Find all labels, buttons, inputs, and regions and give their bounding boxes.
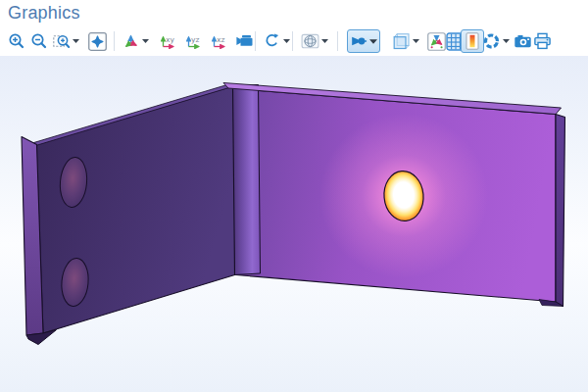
bend-face[interactable] (232, 85, 261, 275)
go-to-yz-view-button[interactable]: yz (182, 29, 207, 53)
svg-text:yz: yz (191, 35, 199, 44)
chevron-down-icon (142, 39, 149, 43)
environment-reflections-button[interactable] (479, 29, 513, 53)
toolbar-separator (255, 31, 256, 51)
graphics-window-header: Graphics (0, 0, 588, 26)
zoom-extents-icon (88, 32, 107, 51)
toolbar-separator (292, 31, 293, 51)
magnifier-plus-icon (8, 32, 25, 50)
chevron-down-icon (413, 39, 419, 43)
zoom-box-icon (53, 32, 71, 50)
chevron-down-icon (73, 39, 79, 43)
view-camera-button[interactable] (232, 29, 257, 53)
svg-text:xz: xz (217, 35, 224, 44)
scene-light-button[interactable] (347, 29, 380, 53)
wireframe-globe-icon (301, 32, 319, 50)
transparency-cube-icon (392, 32, 411, 50)
chevron-down-icon (503, 39, 510, 43)
chevron-down-icon (321, 39, 328, 43)
print-button[interactable] (530, 29, 555, 53)
toolbar-separator (337, 31, 338, 51)
xz-view-icon: xz (211, 32, 229, 50)
zoom-extents-button[interactable] (85, 29, 110, 53)
graphics-toolbar: xy yz xz (0, 26, 588, 56)
svg-text:xy: xy (166, 35, 174, 44)
zoom-in-button[interactable] (5, 29, 28, 53)
window-title: Graphics (8, 3, 80, 24)
transparency-button[interactable] (389, 29, 422, 53)
chevron-down-icon (283, 39, 290, 43)
go-to-default-view-button[interactable] (119, 29, 152, 53)
scene-environment-button[interactable] (298, 29, 331, 53)
go-to-xz-view-button[interactable]: xz (208, 29, 232, 53)
yz-view-icon: yz (185, 32, 204, 50)
aperture-icon (482, 32, 501, 50)
zoom-box-button[interactable] (50, 29, 82, 53)
default-view-triad-icon (122, 32, 140, 50)
rotate-icon (263, 32, 281, 50)
movie-camera-icon (235, 32, 254, 50)
right-end-face[interactable] (556, 115, 565, 307)
scene-light-icon (350, 32, 368, 50)
zoom-out-button[interactable] (27, 29, 51, 53)
chevron-down-icon (369, 39, 377, 44)
graphics-canvas[interactable] (0, 56, 588, 392)
magnifier-minus-icon (30, 32, 48, 50)
rotate-button[interactable] (260, 29, 293, 53)
printer-icon (533, 32, 552, 50)
go-to-xy-view-button[interactable]: xy (157, 29, 181, 53)
xy-view-icon: xy (160, 32, 178, 50)
toolbar-separator (114, 31, 115, 51)
